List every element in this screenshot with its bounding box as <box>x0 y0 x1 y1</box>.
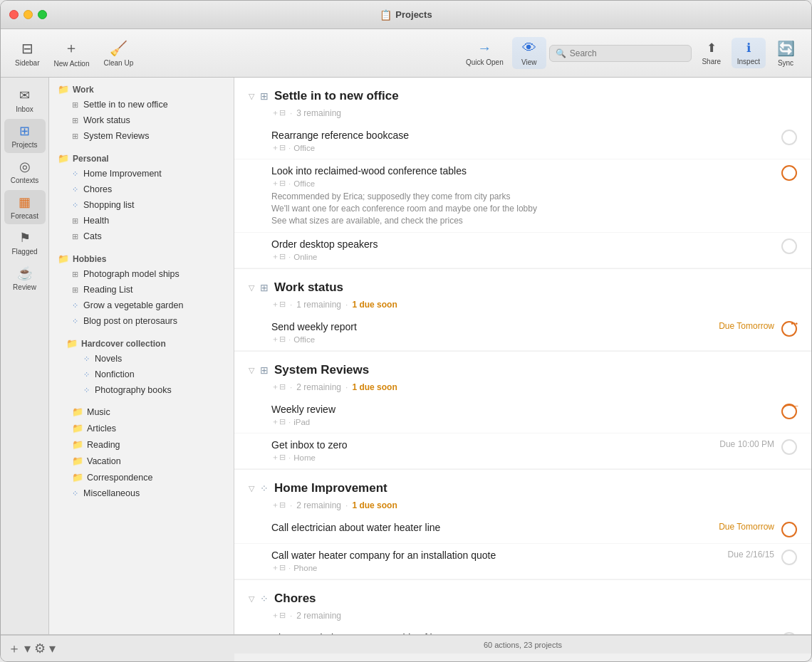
task-rearrange[interactable]: Rearrange reference bookcase ＋⊟ · Office <box>234 124 811 159</box>
sidebar-item-sysreviews[interactable]: ⊞ System Reviews <box>52 128 231 144</box>
sidebar-item-nonfiction[interactable]: ⁘ Nonfiction <box>52 367 231 382</box>
sidebar-item-readinglist[interactable]: ⊞ Reading List <box>52 282 231 298</box>
task-content: Call electrician about water heater line <box>271 522 712 533</box>
task-electrician[interactable]: Call electrician about water heater line… <box>234 516 811 544</box>
sidebar-section-hardcover: 📁 Hardcover collection ⁘ Novels ⁘ Nonfic… <box>49 332 234 401</box>
collapse-icon[interactable]: ▽ <box>249 283 254 293</box>
sidebar-item-music[interactable]: 📁 Music <box>52 404 231 420</box>
task-drainage[interactable]: Clean out drainage grate on side of hous… <box>234 626 811 634</box>
sidebar-item-reading[interactable]: 📁 Reading <box>52 436 231 453</box>
sidebar-group-hardcover[interactable]: 📁 Hardcover collection <box>49 335 234 351</box>
task-weekly-review[interactable]: Weekly review ＋⊟ · iPad − <box>234 398 811 434</box>
collapse-icon[interactable]: ▽ <box>249 484 254 493</box>
sidebar-item-chores[interactable]: ⁘ Chores <box>52 182 231 197</box>
sidebar-section-personal: 📁 Personal ⁘ Home Improvement ⁘ Chores ⁘… <box>49 147 234 247</box>
task-weekly-report[interactable]: Send weekly report ＋⊟ · Office Due Tomor… <box>234 315 811 351</box>
collapse-icon[interactable]: ▽ <box>249 92 254 101</box>
task-water-heater[interactable]: Call water heater company for an install… <box>234 544 811 579</box>
collapse-icon[interactable]: ▽ <box>249 366 254 375</box>
sidebar-item-blogpost[interactable]: ⁘ Blog post on pterosaurs <box>52 313 231 329</box>
projects-icon: ⊞ <box>19 123 30 139</box>
task-checkbox[interactable] <box>781 550 797 565</box>
search-input[interactable] <box>570 48 677 58</box>
task-checkbox[interactable] <box>781 130 797 145</box>
task-checkbox[interactable] <box>781 238 797 254</box>
sidebar-group-work[interactable]: 📁 Work <box>49 80 234 97</box>
sidebar-bottom-bar: ＋ ▾ ⚙ ▾ <box>1 635 234 661</box>
task-speakers[interactable]: Order desktop speakers ＋⊟ · Online <box>234 233 811 268</box>
sidebar-item-misc[interactable]: ⁘ Miscellaneous <box>52 485 231 501</box>
inbox-icon: ✉ <box>19 88 30 103</box>
folder-icon: 📁 <box>72 423 83 434</box>
view-button[interactable]: 👁 View <box>512 37 546 69</box>
quick-open-button[interactable]: → Quick Open <box>460 37 509 69</box>
sidebar-item-contexts[interactable]: ◎ Contexts <box>4 154 46 189</box>
task-checkbox[interactable]: − <box>781 404 797 419</box>
toolbar: ⊟ Sidebar ＋ New Action 🧹 Clean Up → Quic… <box>1 29 811 78</box>
sidebar-item-cats[interactable]: ⊞ Cats <box>52 228 231 244</box>
add-icon: ＋⊟ <box>271 382 286 392</box>
task-conference-tables[interactable]: Look into reclaimed-wood conference tabl… <box>234 159 811 233</box>
project-header-workstatus: ▽ ⊞ Work status <box>234 269 811 298</box>
parallel-icon: ⁘ <box>83 386 90 395</box>
task-checkbox[interactable]: ••• <box>781 321 797 337</box>
contexts-icon: ◎ <box>19 159 31 174</box>
close-button[interactable] <box>9 10 19 19</box>
sidebar-item-homeimprovement[interactable]: ⁘ Home Improvement <box>52 166 231 182</box>
list-icon: ⊞ <box>72 100 78 110</box>
task-checkbox[interactable] <box>781 632 797 634</box>
project-workstatus: ▽ ⊞ Work status ＋⊟ · 1 remaining · 1 due… <box>234 269 811 352</box>
sidebar-item-novels[interactable]: ⁘ Novels <box>52 351 231 367</box>
project-header-chores: ▽ ⁘ Chores <box>234 580 811 609</box>
clean-up-button[interactable]: 🧹 Clean Up <box>98 37 140 70</box>
sidebar-item-inbox[interactable]: ✉ Inbox <box>4 83 46 117</box>
sidebar-item-correspondence[interactable]: 📁 Correspondence <box>52 469 231 485</box>
task-checkbox[interactable] <box>781 439 797 455</box>
new-action-button[interactable]: ＋ New Action <box>48 36 95 70</box>
project-meta-workstatus: ＋⊟ · 1 remaining · 1 due soon <box>234 298 811 315</box>
sidebar-item-projects[interactable]: ⊞ Projects <box>4 119 46 153</box>
task-due: Due 10:00 PM <box>719 439 774 449</box>
sync-button[interactable]: 🔄 Sync <box>769 37 803 70</box>
project-meta-homeimprovement: ＋⊟ · 2 remaining · 1 due soon <box>234 498 811 516</box>
flagged-icon: ⚑ <box>19 230 31 246</box>
plus-icon: ＋ <box>64 38 78 58</box>
collapse-icon[interactable]: ▽ <box>249 594 254 604</box>
project-type-icon: ⊞ <box>260 364 269 376</box>
inspect-button[interactable]: ℹ Inspect <box>732 38 766 68</box>
sidebar-group-hobbies[interactable]: 📁 Hobbies <box>49 250 234 266</box>
sidebar-item-workstatus[interactable]: ⊞ Work status <box>52 112 231 128</box>
sidebar-item-vacation[interactable]: 📁 Vacation <box>52 453 231 469</box>
sidebar-item-articles[interactable]: 📁 Articles <box>52 420 231 436</box>
sidebar-item-photoships[interactable]: ⊞ Photograph model ships <box>52 266 231 282</box>
sidebar-item-flagged[interactable]: ⚑ Flagged <box>4 226 46 260</box>
sidebar-item-vegetable[interactable]: ⁘ Grow a vegetable garden <box>52 298 231 313</box>
search-box[interactable]: 🔍 <box>549 45 692 62</box>
sidebar-item-review[interactable]: ☕ Review <box>4 261 46 295</box>
list-icon: ⊞ <box>72 270 78 279</box>
minus-indicator: − <box>794 402 798 410</box>
share-button[interactable]: ⬆ Share <box>694 38 729 68</box>
minimize-button[interactable] <box>24 10 33 19</box>
task-inbox-zero[interactable]: Get inbox to zero ＋⊟ · Home Due 10:00 PM <box>234 434 811 469</box>
sidebar-item-settle[interactable]: ⊞ Settle in to new office <box>52 97 231 112</box>
add-button[interactable]: ＋ ▾ <box>8 640 31 657</box>
parallel-icon: ⁘ <box>83 370 90 379</box>
sidebar-item-shopping[interactable]: ⁘ Shopping list <box>52 197 231 213</box>
fullscreen-button[interactable] <box>38 10 47 19</box>
task-checkbox[interactable] <box>781 165 797 181</box>
task-due: Due Tomorrow <box>719 321 774 331</box>
sidebar-item-forecast[interactable]: ▦ Forecast <box>4 190 46 224</box>
settings-button[interactable]: ⚙ ▾ <box>34 641 56 656</box>
sidebar-item-photobooks[interactable]: ⁘ Photography books <box>52 382 231 398</box>
share-icon: ⬆ <box>707 41 717 56</box>
sidebar-group-personal[interactable]: 📁 Personal <box>49 149 234 166</box>
folder-icon: 📁 <box>66 338 78 349</box>
add-icon: ＋⊟ <box>271 452 286 463</box>
sidebar-item-health[interactable]: ⊞ Health <box>52 213 231 228</box>
folder-icon: 📁 <box>58 84 69 95</box>
folder-icon: 📁 <box>58 253 69 264</box>
sidebar-button[interactable]: ⊟ Sidebar <box>9 37 45 70</box>
add-icon: ＋⊟ <box>271 107 286 118</box>
task-checkbox[interactable] <box>781 522 797 537</box>
